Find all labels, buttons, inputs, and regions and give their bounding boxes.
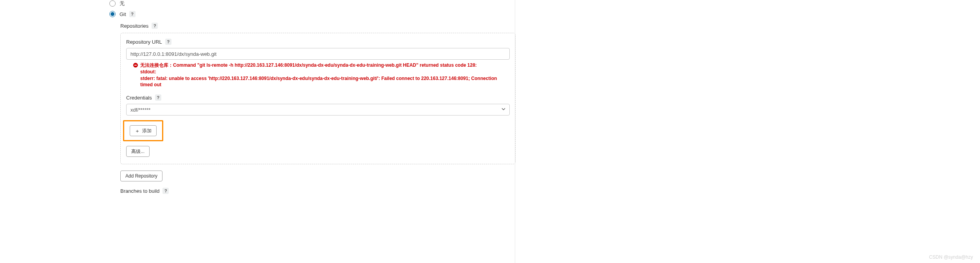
advanced-button-label: 高级... <box>131 148 145 155</box>
branches-label: Branches to build ? <box>120 188 516 194</box>
help-icon[interactable]: ? <box>162 188 169 194</box>
error-icon <box>133 63 138 68</box>
scm-option-none[interactable]: 无 <box>109 0 516 7</box>
repository-url-label: Repository URL ? <box>126 39 510 45</box>
advanced-button[interactable]: 高级... <box>126 146 150 157</box>
add-repository-label: Add Repository <box>125 173 157 179</box>
error-line: stderr: fatal: unable to access 'http://… <box>140 75 510 89</box>
add-credential-button[interactable]: ＋ 添加 <box>130 125 157 136</box>
add-credential-highlight: ＋ 添加 <box>123 120 163 141</box>
error-line: 无法连接仓库：Command "git ls-remote -h http://… <box>140 62 510 69</box>
add-repository-button[interactable]: Add Repository <box>120 171 162 181</box>
help-icon[interactable]: ? <box>155 94 161 101</box>
scm-option-none-label: 无 <box>120 0 125 7</box>
add-credential-label: 添加 <box>142 128 152 134</box>
repository-error: 无法连接仓库：Command "git ls-remote -h http://… <box>126 62 510 88</box>
credentials-label: Credentials ? <box>126 94 510 101</box>
scm-option-git[interactable]: Git ? <box>109 11 516 17</box>
repository-url-input[interactable] <box>126 48 510 60</box>
radio-icon-selected <box>109 11 116 17</box>
scm-option-git-label: Git <box>120 11 126 17</box>
credentials-value: xdf/****** <box>130 107 150 113</box>
error-line: stdout: <box>140 69 510 75</box>
help-icon[interactable]: ? <box>152 23 158 29</box>
help-icon[interactable]: ? <box>129 11 136 17</box>
credentials-select[interactable]: xdf/****** <box>126 104 510 116</box>
repository-panel: Repository URL ? 无法连接仓库：Command "git ls-… <box>120 33 516 164</box>
plus-icon: ＋ <box>135 128 140 133</box>
repositories-label: Repositories ? <box>120 23 516 29</box>
radio-icon <box>109 0 116 7</box>
help-icon[interactable]: ? <box>165 39 171 45</box>
panel-divider <box>515 0 515 198</box>
